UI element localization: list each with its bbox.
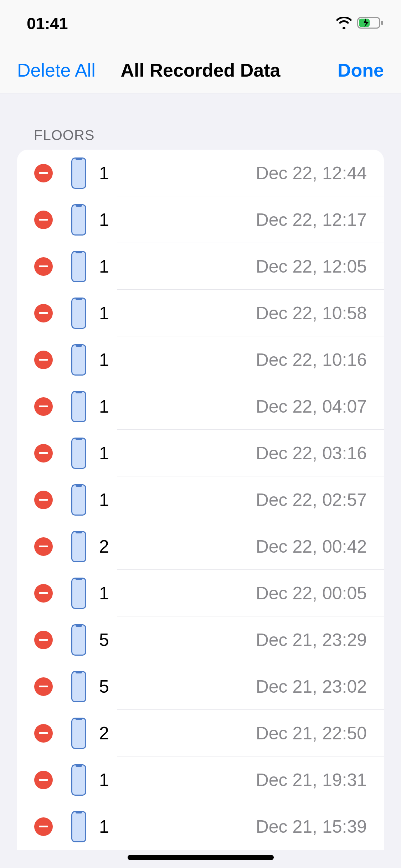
table-row[interactable]: 1 Dec 22, 10:16 [17,336,384,383]
svg-rect-29 [72,765,86,795]
row-date: Dec 22, 02:57 [256,490,384,510]
phone-icon [71,718,86,749]
row-value: 1 [99,770,109,790]
svg-rect-11 [72,345,86,375]
delete-row-button[interactable] [34,257,53,276]
phone-icon [71,391,86,422]
delete-row-button[interactable] [34,631,53,649]
row-value: 5 [99,630,109,650]
table-row[interactable]: 1 Dec 22, 02:57 [17,476,384,523]
phone-icon [71,671,86,702]
row-value: 1 [99,816,109,837]
row-value: 1 [99,163,109,184]
row-date: Dec 22, 00:42 [256,536,384,557]
svg-rect-6 [76,204,82,207]
svg-rect-23 [72,625,86,655]
phone-icon [71,624,86,656]
phone-icon [71,251,86,282]
phone-icon [71,484,86,516]
row-value: 1 [99,490,109,510]
row-date: Dec 22, 00:05 [256,583,384,604]
page-title: All Recorded Data [121,60,281,81]
nav-bar: Delete All All Recorded Data Done [0,47,401,93]
delete-row-button[interactable] [34,817,53,836]
table-row[interactable]: 1 Dec 21, 19:31 [17,756,384,803]
svg-rect-18 [76,484,82,487]
svg-rect-26 [76,671,82,673]
delete-row-button[interactable] [34,304,53,322]
delete-row-button[interactable] [34,584,53,603]
svg-rect-16 [76,438,82,440]
svg-rect-9 [72,298,86,328]
table-row[interactable]: 1 Dec 21, 15:39 [17,803,384,850]
svg-rect-32 [76,811,82,813]
delete-row-button[interactable] [34,351,53,369]
delete-row-button[interactable] [34,397,53,416]
svg-rect-22 [76,578,82,580]
table-row[interactable]: 1 Dec 22, 12:05 [17,243,384,290]
delete-row-button[interactable] [34,677,53,696]
section-header-floors: FLOORS [0,127,401,150]
row-date: Dec 22, 04:07 [256,396,384,417]
svg-rect-3 [72,158,86,188]
table-row[interactable]: 2 Dec 22, 00:42 [17,523,384,570]
content-area: FLOORS 1 Dec 22, 12:44 1 Dec 22, 12:17 1… [0,93,401,850]
table-row[interactable]: 5 Dec 21, 23:29 [17,616,384,663]
data-list[interactable]: 1 Dec 22, 12:44 1 Dec 22, 12:17 1 Dec 22… [17,150,384,850]
row-value: 1 [99,396,109,417]
delete-row-button[interactable] [34,444,53,463]
phone-icon [71,811,86,842]
svg-rect-17 [72,485,86,515]
row-date: Dec 22, 12:17 [256,210,384,230]
table-row[interactable]: 5 Dec 21, 23:02 [17,663,384,710]
svg-rect-27 [72,718,86,748]
table-row[interactable]: 1 Dec 22, 04:07 [17,383,384,430]
delete-row-button[interactable] [34,724,53,743]
delete-row-button[interactable] [34,537,53,556]
svg-rect-19 [72,531,86,562]
status-icons [336,16,385,31]
row-value: 1 [99,443,109,464]
svg-rect-24 [76,624,82,627]
phone-icon [71,344,86,376]
phone-icon [71,764,86,796]
table-row[interactable]: 1 Dec 22, 03:16 [17,430,384,476]
svg-rect-13 [72,391,86,422]
svg-rect-10 [76,298,82,300]
delete-row-button[interactable] [34,771,53,789]
phone-icon [71,578,86,609]
svg-rect-4 [76,157,82,160]
delete-all-button[interactable]: Delete All [17,60,96,81]
row-date: Dec 22, 03:16 [256,443,384,464]
done-button[interactable]: Done [338,60,384,81]
table-row[interactable]: 1 Dec 22, 12:44 [17,150,384,196]
svg-rect-14 [76,391,82,393]
row-date: Dec 22, 10:16 [256,350,384,370]
status-bar: 01:41 [0,0,401,47]
svg-rect-20 [76,531,82,533]
svg-rect-31 [72,811,86,842]
svg-rect-5 [72,205,86,235]
wifi-icon [336,17,352,30]
table-row[interactable]: 1 Dec 22, 10:58 [17,290,384,336]
row-value: 5 [99,676,109,697]
table-row[interactable]: 2 Dec 21, 22:50 [17,710,384,756]
svg-rect-28 [76,718,82,720]
table-row[interactable]: 1 Dec 22, 00:05 [17,570,384,616]
table-row[interactable]: 1 Dec 22, 12:17 [17,196,384,243]
row-date: Dec 21, 15:39 [256,816,384,837]
row-value: 2 [99,536,109,557]
svg-rect-15 [72,438,86,468]
battery-icon [357,16,385,31]
row-date: Dec 22, 10:58 [256,303,384,324]
home-indicator[interactable] [128,855,274,860]
row-date: Dec 22, 12:05 [256,256,384,277]
row-date: Dec 21, 22:50 [256,723,384,744]
row-value: 1 [99,303,109,324]
row-date: Dec 22, 12:44 [256,163,384,184]
row-value: 1 [99,256,109,277]
delete-row-button[interactable] [34,211,53,229]
row-value: 1 [99,210,109,230]
delete-row-button[interactable] [34,164,53,182]
delete-row-button[interactable] [34,491,53,509]
